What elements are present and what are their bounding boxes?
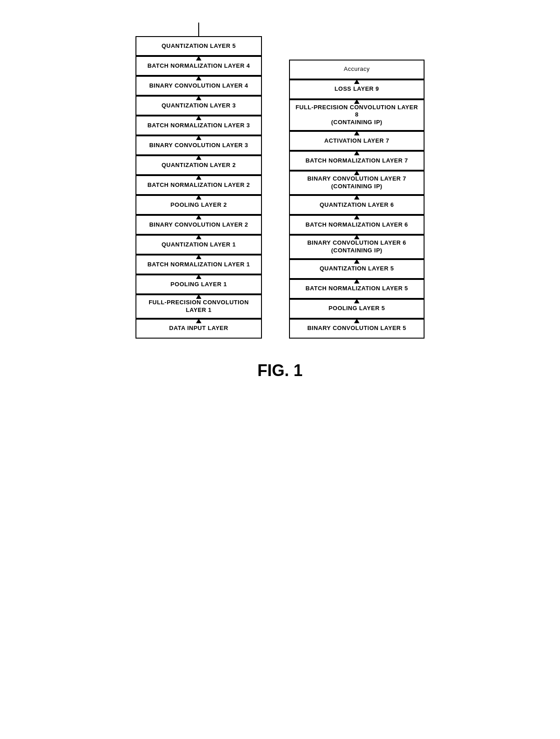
diagram-container: DATA INPUT LAYER FULL-PRECISION CONVOLUT… <box>9 14 551 348</box>
right-column: BINARY CONVOLUTION LAYER 5 POOLING LAYER… <box>289 60 425 339</box>
right-full-precision-conv8-box: FULL-PRECISION CONVOLUTION LAYER 8(CONTA… <box>289 99 425 131</box>
left-top-wrapper: QUANTIZATION LAYER 5 <box>135 23 262 56</box>
right-accuracy-box: Accuracy <box>289 60 425 79</box>
left-quant5-box: QUANTIZATION LAYER 5 <box>135 36 262 56</box>
figure-label: FIG. 1 <box>257 361 303 380</box>
top-connector-left <box>198 23 199 36</box>
left-column: DATA INPUT LAYER FULL-PRECISION CONVOLUT… <box>135 23 262 339</box>
